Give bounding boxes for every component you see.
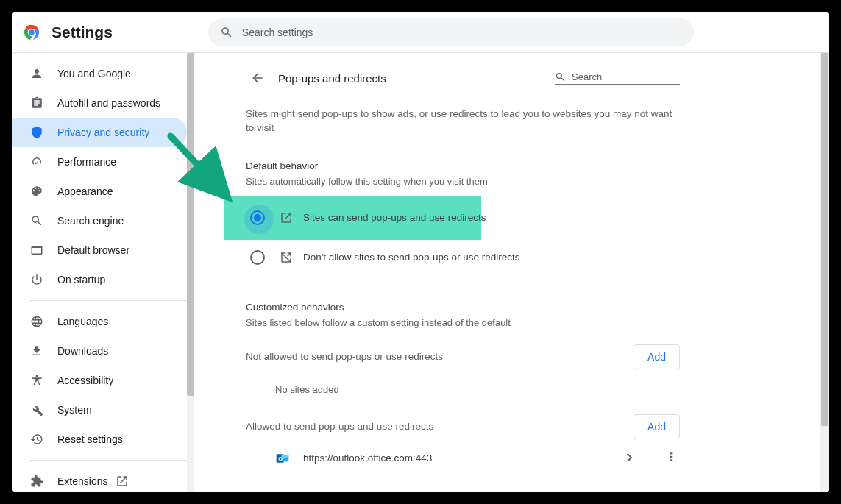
- page-title: Pop-ups and redirects: [278, 72, 555, 85]
- app-title: Settings: [52, 24, 113, 41]
- sidebar-separator: [29, 300, 187, 301]
- sidebar-separator: [29, 460, 187, 461]
- sidebar-item-downloads[interactable]: Downloads: [12, 336, 187, 366]
- sidebar-item-extensions[interactable]: Extensions: [12, 466, 187, 492]
- restore-icon: [29, 432, 44, 447]
- add-allowed-button[interactable]: Add: [634, 414, 680, 439]
- radio-label: Don't allow sites to send pop-ups or use…: [303, 252, 519, 263]
- sidebar-item-label: Appearance: [57, 185, 113, 197]
- svg-point-8: [670, 459, 673, 461]
- sidebar-item-label: System: [57, 404, 92, 416]
- sidebar-item-label: Performance: [57, 156, 116, 168]
- radio-option-block-popups[interactable]: Don't allow sites to send pop-ups or use…: [246, 240, 680, 275]
- radio-button[interactable]: [250, 250, 265, 265]
- back-button[interactable]: [246, 66, 269, 90]
- browser-icon: [29, 243, 44, 258]
- settings-window: Settings Search settings You and Google …: [12, 12, 829, 492]
- external-link-icon: [115, 474, 129, 489]
- search-icon: [555, 71, 566, 82]
- radio-button[interactable]: [250, 210, 265, 225]
- svg-point-7: [670, 455, 673, 458]
- outlook-site-icon: O: [275, 451, 290, 466]
- content-panel: Pop-ups and redirects Search Sites might…: [194, 53, 724, 466]
- sidebar-item-label: Languages: [57, 316, 108, 327]
- allowed-label: Allowed to send pop-ups and use redirect…: [246, 421, 433, 432]
- top-bar: Settings Search settings: [12, 12, 829, 53]
- open-new-blocked-icon: [280, 251, 293, 264]
- main-scrollbar[interactable]: [820, 53, 829, 492]
- sidebar-item-label: Autofill and passwords: [57, 97, 160, 109]
- sidebar-item-on-startup[interactable]: On startup: [12, 265, 187, 294]
- search-icon: [29, 213, 44, 228]
- sidebar-item-languages[interactable]: Languages: [12, 307, 187, 336]
- sidebar-item-label: Default browser: [57, 244, 129, 256]
- sidebar-item-label: Search engine: [57, 215, 124, 227]
- sidebar-item-system[interactable]: System: [12, 395, 187, 425]
- sidebar-item-you-and-google[interactable]: You and Google: [12, 59, 187, 88]
- global-search-input[interactable]: Search settings: [208, 18, 694, 46]
- download-icon: [29, 344, 44, 358]
- shield-icon: [29, 125, 44, 140]
- svg-text:O: O: [278, 455, 283, 462]
- sidebar-item-label: Downloads: [57, 345, 108, 357]
- sidebar-item-label: You and Google: [57, 68, 131, 79]
- site-row[interactable]: O https://outlook.office.com:443: [246, 451, 680, 466]
- sidebar-item-label: Privacy and security: [57, 127, 149, 138]
- sidebar-item-reset-settings[interactable]: Reset settings: [12, 425, 187, 454]
- sidebar-item-label: On startup: [57, 274, 105, 285]
- globe-icon: [29, 314, 44, 329]
- site-url: https://outlook.office.com:443: [303, 452, 627, 464]
- svg-point-6: [670, 452, 673, 455]
- chevron-right-icon[interactable]: [627, 452, 633, 465]
- sidebar: You and Google Autofill and passwords Pr…: [12, 53, 187, 492]
- palette-icon: [29, 184, 44, 199]
- svg-point-1: [29, 29, 35, 35]
- default-behavior-subheading: Sites automatically follow this setting …: [246, 176, 680, 187]
- person-icon: [29, 66, 44, 81]
- clipboard-icon: [29, 96, 44, 110]
- default-behavior-heading: Default behavior: [246, 160, 680, 171]
- customized-subheading: Sites listed below follow a custom setti…: [246, 317, 680, 328]
- not-allowed-label: Not allowed to send pop-ups or use redir…: [246, 351, 443, 362]
- customized-heading: Customized behaviors: [246, 302, 680, 313]
- sidebar-item-accessibility[interactable]: Accessibility: [12, 366, 187, 395]
- more-menu-button[interactable]: [662, 451, 680, 466]
- extension-icon: [29, 474, 44, 489]
- power-icon: [29, 272, 44, 287]
- sidebar-item-performance[interactable]: Performance: [12, 147, 187, 177]
- wrench-icon: [29, 402, 44, 417]
- annotation-arrow: [165, 130, 253, 211]
- sidebar-item-label: Extensions: [57, 475, 107, 487]
- sidebar-item-label: Accessibility: [57, 375, 113, 386]
- sidebar-item-default-browser[interactable]: Default browser: [12, 235, 187, 265]
- open-new-icon: [280, 211, 293, 224]
- sidebar-item-label: Reset settings: [57, 433, 123, 445]
- radio-label: Sites can send pop-ups and use redirects: [303, 212, 486, 223]
- add-not-allowed-button[interactable]: Add: [634, 344, 680, 369]
- sidebar-item-search-engine[interactable]: Search engine: [12, 206, 187, 235]
- sidebar-item-appearance[interactable]: Appearance: [12, 177, 187, 206]
- page-search-input[interactable]: Search: [555, 71, 680, 85]
- radio-option-allow-popups[interactable]: Sites can send pop-ups and use redirects: [246, 196, 680, 240]
- no-sites-label: No sites added: [275, 384, 680, 395]
- sidebar-item-privacy-security[interactable]: Privacy and security: [12, 118, 187, 147]
- arrow-left-icon: [250, 71, 265, 85]
- accessibility-icon: [29, 373, 44, 388]
- chrome-logo-icon: [24, 24, 40, 40]
- page-description: Sites might send pop-ups to show ads, or…: [246, 107, 680, 135]
- page-search-placeholder: Search: [572, 71, 602, 82]
- search-icon: [220, 26, 233, 39]
- sidebar-item-autofill[interactable]: Autofill and passwords: [12, 88, 187, 118]
- sidebar-scrollbar[interactable]: [187, 53, 194, 492]
- global-search-placeholder: Search settings: [242, 26, 313, 38]
- gauge-icon: [29, 155, 44, 169]
